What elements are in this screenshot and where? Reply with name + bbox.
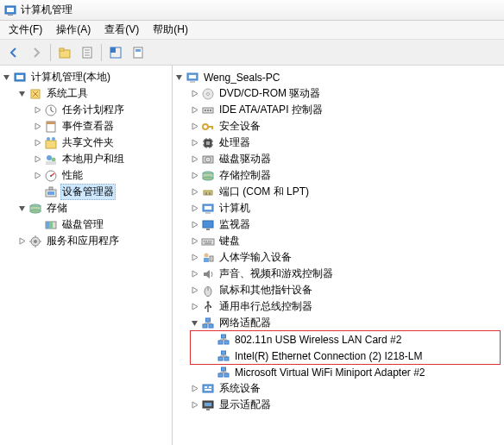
device-category-14[interactable]: 网络适配器	[173, 315, 504, 331]
svg-rect-58	[204, 191, 212, 195]
device-14-1[interactable]: Intel(R) Ethernet Connection (2) I218-LM	[173, 348, 504, 364]
menu-help[interactable]: 帮助(H)	[146, 21, 195, 39]
refresh-button[interactable]	[105, 42, 126, 63]
left-group-1[interactable]: 存储	[0, 200, 172, 216]
svg-rect-92	[203, 385, 213, 392]
left-item-0-4[interactable]: 性能	[0, 167, 172, 184]
right-root-node-label: Weng_Seals-PC	[202, 71, 282, 85]
svg-rect-67	[204, 241, 205, 242]
port-icon	[201, 185, 215, 199]
svg-rect-19	[46, 141, 56, 148]
toolbar	[0, 40, 504, 66]
left-item-0-5[interactable]: 设备管理器	[0, 184, 172, 200]
svg-point-37	[34, 240, 37, 243]
device-category-5[interactable]: 存储控制器	[173, 167, 504, 184]
svg-rect-71	[205, 242, 211, 243]
device-category-0[interactable]: DVD/CD-ROM 驱动器	[173, 85, 504, 102]
left-group-0[interactable]: 系统工具	[0, 85, 172, 102]
svg-rect-40	[190, 81, 195, 83]
device-category-6[interactable]: 端口 (COM 和 LPT)	[173, 184, 504, 200]
device-category-2[interactable]: 安全设备	[173, 118, 504, 135]
left-root-node-label: 计算机管理(本地)	[29, 69, 112, 85]
left-item-0-2-label: 共享文件夹	[60, 135, 116, 151]
svg-rect-2	[8, 15, 13, 16]
device-category-4[interactable]: 磁盘驱动器	[173, 151, 504, 167]
device-category-15[interactable]: 系统设备	[173, 380, 504, 397]
device-category-1[interactable]: IDE ATA/ATAPI 控制器	[173, 102, 504, 118]
svg-rect-85	[222, 335, 226, 338]
svg-point-72	[205, 253, 209, 257]
left-item-0-1[interactable]: 事件查看器	[0, 118, 172, 135]
menu-file[interactable]: 文件(F)	[2, 21, 49, 39]
device-category-0-label: DVD/CD-ROM 驱动器	[217, 85, 322, 102]
device-category-15-label: 系统设备	[217, 380, 262, 397]
svg-rect-98	[206, 409, 210, 411]
share-icon	[44, 136, 58, 150]
monitor-icon	[201, 218, 215, 232]
svg-rect-45	[207, 110, 209, 111]
device-category-9-label: 键盘	[217, 233, 242, 249]
svg-rect-34	[46, 222, 49, 229]
left-item-0-3[interactable]: 本地用户和组	[0, 151, 172, 167]
svg-point-20	[47, 137, 50, 141]
svg-rect-18	[47, 122, 55, 124]
left-group-2[interactable]: 服务和应用程序	[0, 233, 172, 249]
device-category-7[interactable]: 计算机	[173, 200, 504, 216]
left-item-0-2[interactable]: 共享文件夹	[0, 135, 172, 151]
left-tree[interactable]: 计算机管理(本地)系统工具任务计划程序事件查看器共享文件夹本地用户和组性能设备管…	[0, 66, 173, 445]
menu-view[interactable]: 查看(V)	[98, 21, 146, 39]
menu-action[interactable]: 操作(A)	[49, 21, 98, 39]
device-category-14-label: 网络适配器	[217, 315, 273, 331]
device-category-12-label: 鼠标和其他指针设备	[217, 282, 314, 298]
right-root-node[interactable]: Weng_Seals-PC	[173, 69, 504, 85]
left-item-0-4-label: 性能	[60, 167, 85, 184]
left-item-1-0[interactable]: 磁盘管理	[0, 216, 172, 233]
device-category-3[interactable]: 处理器	[173, 135, 504, 151]
svg-rect-64	[203, 221, 213, 228]
svg-point-32	[30, 210, 41, 213]
device-category-10[interactable]: 人体学输入设备	[173, 249, 504, 266]
svg-point-26	[50, 175, 52, 177]
device-category-16[interactable]: 显示适配器	[173, 397, 504, 413]
svg-rect-11	[134, 47, 142, 58]
sched-icon	[44, 103, 58, 117]
device-category-9[interactable]: 键盘	[173, 233, 504, 249]
svg-rect-82	[206, 318, 211, 322]
forward-button[interactable]	[26, 42, 47, 63]
left-root-node[interactable]: 计算机管理(本地)	[0, 69, 172, 85]
left-item-0-1-label: 事件查看器	[60, 118, 116, 135]
display-icon	[201, 398, 215, 412]
key-icon	[201, 120, 215, 134]
device-category-11[interactable]: 声音、视频和游戏控制器	[173, 266, 504, 282]
device-category-12[interactable]: 鼠标和其他指针设备	[173, 282, 504, 298]
usb-icon	[201, 300, 215, 314]
device-14-0[interactable]: 802.11n USB Wireless LAN Card #2	[173, 331, 504, 348]
computer-icon	[201, 202, 215, 216]
device-category-13[interactable]: 通用串行总线控制器	[173, 298, 504, 315]
device-14-2[interactable]: Microsoft Virtual WiFi Miniport Adapter …	[173, 364, 504, 380]
export-button[interactable]	[128, 42, 148, 63]
device-category-8-label: 监视器	[217, 216, 252, 233]
svg-point-23	[52, 157, 56, 161]
left-item-0-0[interactable]: 任务计划程序	[0, 102, 172, 118]
svg-rect-70	[211, 241, 212, 242]
svg-rect-86	[218, 357, 223, 360]
keyboard-icon	[201, 235, 215, 248]
svg-rect-79	[210, 306, 211, 308]
svg-rect-84	[224, 341, 229, 344]
device-category-13-label: 通用串行总线控制器	[217, 298, 314, 315]
up-button[interactable]	[54, 42, 75, 63]
properties-button[interactable]	[77, 42, 98, 63]
device-category-8[interactable]: 监视器	[173, 216, 504, 233]
svg-rect-29	[49, 187, 53, 190]
services-icon	[28, 235, 42, 248]
back-button[interactable]	[3, 42, 24, 63]
svg-rect-35	[49, 222, 53, 229]
device-category-3-label: 处理器	[217, 135, 252, 151]
computer-icon	[186, 71, 199, 85]
right-tree[interactable]: Weng_Seals-PCDVD/CD-ROM 驱动器IDE ATA/ATAPI…	[173, 66, 504, 445]
separator	[50, 44, 51, 61]
left-item-0-0-label: 任务计划程序	[60, 102, 126, 118]
svg-point-22	[47, 155, 52, 160]
system-icon	[201, 382, 215, 396]
